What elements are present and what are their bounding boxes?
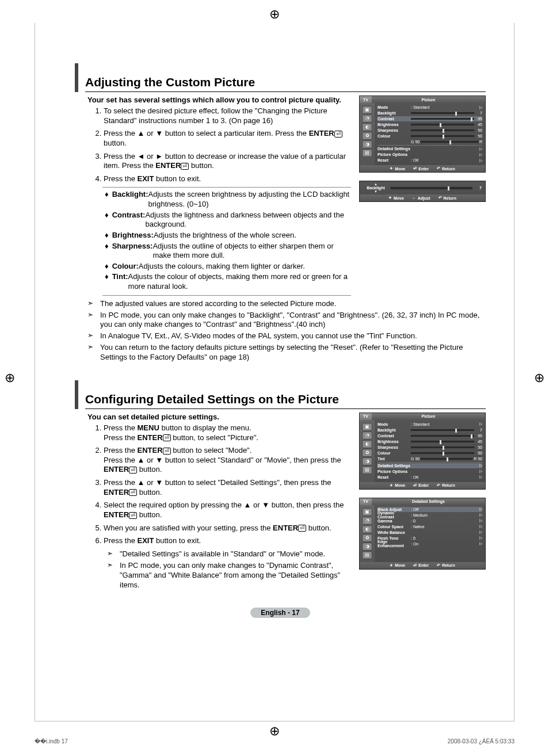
note-item: The adjusted values are stored according… [87,299,486,309]
osd-move: ✦Move [388,196,404,200]
osd-nav-icon: ✿ [362,132,372,140]
osd-row: Backlight7 [378,427,482,433]
enter-icon: ⏎ [129,512,137,519]
step-2: Press the ENTER⏎ button to select "Mode"… [104,446,351,475]
osd-detailed-settings: TVDetailed Settings▣◔◐✿◑▤Black Adjust: O… [359,498,486,570]
step-3: Press the ▲ or ▼ button to select "Detai… [104,478,351,497]
osd-return-icon: ↶ [437,483,440,488]
notes-list-2: "Detailed Settings" is available in "Sta… [107,549,351,590]
osd-return: ↶Return [439,196,457,200]
step-6: Press the EXIT button to exit. [104,536,351,546]
osd-return-icon: ↶ [437,563,440,568]
definitions-box: ♦Backlight: Adjusts the screen brightnes… [102,187,351,295]
step-4: Select the required option by pressing t… [104,501,351,520]
osd-row: Colour50 [378,133,482,139]
margin-rule-right [514,23,514,721]
print-left: ��i.indb 17 [35,738,68,744]
osd-tab-tv: TV [360,96,372,103]
osd-row: Colour50 [378,450,482,456]
osd-row: Dynamic Contrast: Medium▷ [378,513,482,518]
osd-row: Brightness45 [378,439,482,444]
steps-list-1: To select the desired picture effect, fo… [104,106,351,184]
osd-row: Mode: Standard▷ [378,105,482,110]
osd-row: Reset: OK▷ [378,158,482,163]
osd-title: Picture [372,413,485,420]
osd-backlight-slider: ▲Backlight▼7✦Move↔Adjust↶Return [359,181,486,202]
note-item: In PC mode, you can only make changes to… [107,561,351,590]
enter-icon: ⏎ [129,489,137,496]
definition-row: ♦Colour: Adjusts the colours, making the… [104,262,350,272]
osd-move: ✦Move [390,563,405,568]
margin-rule-left [35,23,35,721]
crop-mark-bottom: ⊕ [269,724,280,739]
osd-nav-icon: ◔ [362,517,372,525]
definition-row: ♦Tint: Adjusts the colour of objects, ma… [104,272,350,291]
osd-row: Picture Options▷ [378,469,482,474]
note-item: In PC mode, you can only make changes to… [87,311,486,330]
osd-adjust: ↔Adjust [412,196,430,200]
enter-icon: ⏎ [163,448,171,455]
osd-row: Picture Options▷ [378,152,482,157]
osd-row: Colour Space: Native▷ [378,524,482,529]
enter-icon: ⏎ [129,467,137,474]
osd-row: Edge Enhancement: On▷ [378,541,482,547]
osd-nav-icon: ◑ [362,140,372,148]
osd-nav-icon: ▤ [362,149,372,157]
osd-nav-icon: ◐ [362,123,372,131]
osd-nav-icon: ◔ [362,114,372,123]
note-item: In Analogue TV, Ext., AV, S-Video modes … [87,331,486,341]
osd-move-icon: ✦ [390,563,393,568]
osd-nav-icon: ▤ [362,551,372,559]
osd-enter-icon: ⏎ [413,483,417,488]
intro-text-2: You can set detailed picture settings. [87,413,351,421]
note-item: You can return to the factory defaults p… [87,343,486,362]
osd-row: TintG 50R 50 [378,456,482,461]
osd-nav-icon: ◐ [362,525,372,533]
notes-list-1: The adjusted values are stored according… [87,299,486,362]
crop-mark-top: ⊕ [269,7,280,22]
osd-picture-menu-1: TVPicture▣◔◐✿◑▤Mode: Standard▷Backlight7… [359,96,486,173]
osd-nav-icon: ▣ [362,423,372,431]
osd-enter-icon: ⏎ [413,166,417,171]
osd-row: Brightness45 [378,122,482,127]
osd-row: G 50R [378,139,482,144]
step-1: To select the desired picture effect, fo… [104,106,351,125]
osd-row: Detailed Settings▷ [378,463,482,468]
osd-tab-tv: TV [360,498,372,505]
osd-row: Gamma: 0▷ [378,518,482,524]
osd-return: ↶Return [437,563,455,568]
definition-row: ♦Backlight: Adjusts the screen brightnes… [104,190,350,209]
osd-title: Picture [372,96,485,103]
osd-enter: ⏎Enter [413,166,429,171]
osd-move: ✦Move [390,483,405,488]
osd-move: ✦Move [390,166,405,171]
osd-move-icon: ✦ [390,483,393,488]
osd-nav-icon: ▤ [362,466,372,474]
osd-backlight-label: ▲Backlight▼ [363,182,388,193]
print-right: 2008-03-03 ¿ÀÈÄ 5:03:33 [448,738,514,744]
step-2: Press the ▲ or ▼ button to select a part… [104,129,351,148]
osd-nav-icon: ✿ [362,449,372,457]
osd-return-icon: ↶ [437,166,440,171]
osd-title: Detailed Settings [372,498,485,505]
osd-row: Reset: OK▷ [378,475,482,480]
osd-enter: ⏎Enter [413,483,429,488]
section-bar [75,63,78,92]
section-title-custom-picture: Adjusting the Custom Picture [85,75,486,92]
osd-nav-icon: ◔ [362,432,372,440]
page-frame: Adjusting the Custom Picture Your set ha… [35,23,514,721]
enter-icon: ⏎ [334,131,342,138]
step-1: Press the MENU button to display the men… [104,423,351,442]
page-footer: English - 17 [75,608,486,618]
definition-row: ♦Brightness: Adjusts the brightness of t… [104,231,350,240]
osd-row: Contrast95 [378,116,482,121]
osd-nav-icon: ▣ [362,106,372,114]
osd-nav-icon: ✿ [362,534,372,542]
osd-nav-icon: ◑ [362,543,372,551]
crop-mark-left: ⊕ [5,371,15,385]
step-5: When you are satisfied with your setting… [104,524,351,533]
osd-row: Backlight7 [378,110,482,116]
osd-move-icon: ✦ [390,166,393,171]
osd-enter-icon: ⏎ [413,563,417,568]
osd-row: Sharpness50 [378,128,482,133]
